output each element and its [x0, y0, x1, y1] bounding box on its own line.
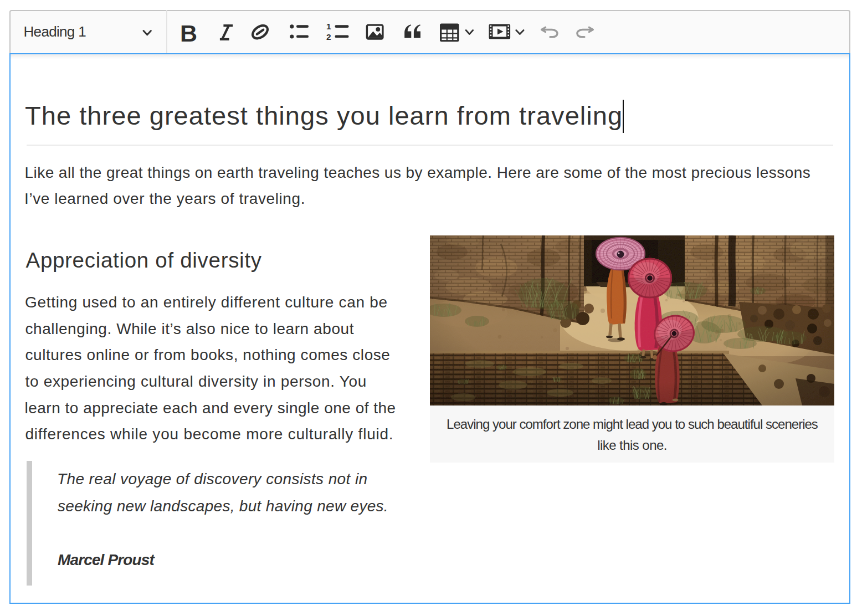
- svg-text:2: 2: [326, 32, 331, 42]
- svg-text:1: 1: [326, 22, 331, 31]
- svg-text:B: B: [180, 20, 197, 47]
